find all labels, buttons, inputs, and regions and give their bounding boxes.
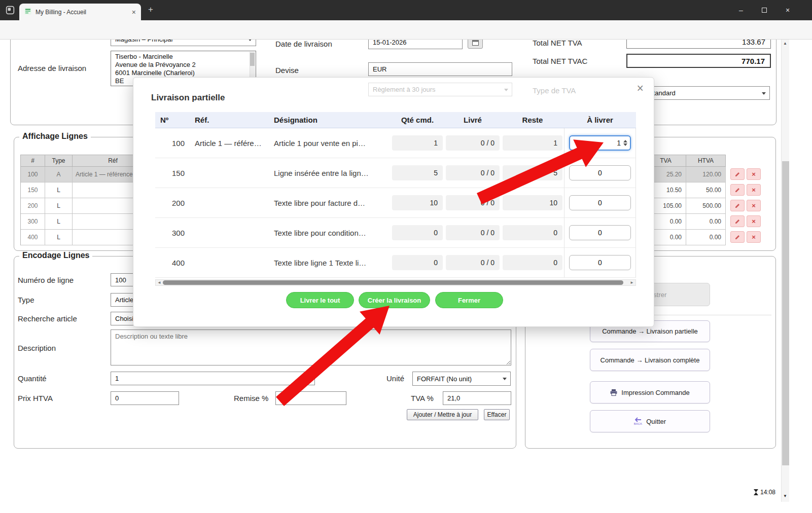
window-minimize-button[interactable]: – (729, 0, 753, 20)
scroll-down-icon[interactable]: ▼ (783, 494, 787, 498)
unite-label: Unité (386, 374, 404, 383)
row-designation: Texte libre pour facture d… (271, 188, 391, 218)
description-textarea[interactable] (111, 329, 511, 365)
adresse-line: 6001 Marcinelle (Charleroi) (115, 69, 248, 77)
scrollbar-thumb[interactable] (782, 161, 789, 465)
a-livrer-input[interactable]: 0 (569, 255, 631, 270)
line-num: 200 (21, 198, 45, 214)
edit-line-button[interactable] (730, 200, 745, 211)
date-livraison-input[interactable] (368, 40, 463, 49)
livre-field: 0 / 0 (446, 255, 500, 270)
devise-input[interactable] (368, 62, 512, 76)
status-clock: 14:08 (754, 489, 775, 496)
line-htva: 0.00 (686, 230, 726, 245)
pencil-icon (734, 234, 740, 240)
row-ref (192, 248, 271, 278)
new-tab-button[interactable]: + (148, 5, 153, 15)
tab-close-icon[interactable]: × (132, 8, 136, 16)
number-spinner-icon[interactable] (623, 140, 627, 146)
tab-actions-icon[interactable] (6, 6, 15, 17)
adresse-line: Tiserbo - Marcinelle (115, 53, 248, 61)
reste-field: 0 (503, 255, 562, 270)
prix-htva-input[interactable] (111, 391, 179, 405)
row-ref: Article 1 — référe… (192, 128, 271, 158)
edit-line-button[interactable] (730, 231, 745, 243)
delete-line-button[interactable]: × (747, 215, 761, 227)
total-net-tva-label: Total NET TVA (533, 40, 582, 47)
line-num: 300 (21, 214, 45, 230)
a-livrer-input[interactable]: 0 (569, 195, 631, 210)
recherche-article-label: Recherche article (18, 314, 77, 323)
quitter-button[interactable]: BACK Quitter (590, 410, 710, 432)
edit-line-button[interactable] (730, 184, 745, 196)
edit-line-button[interactable] (730, 168, 745, 180)
modal-close-icon[interactable]: × (637, 82, 644, 95)
ajouter-mettre-a-jour-button[interactable]: Ajouter / Mettre à jour (407, 409, 478, 420)
scroll-right-icon[interactable]: ► (630, 280, 634, 285)
qte-cmd-field: 10 (392, 195, 443, 210)
magasin-select[interactable]: Magasin – Principal (111, 40, 256, 46)
livre-field: 0 / 0 (446, 225, 500, 240)
effacer-button[interactable]: Effacer (484, 409, 510, 420)
delete-line-button[interactable]: × (747, 168, 761, 180)
scroll-left-icon[interactable]: ◄ (157, 280, 161, 285)
qte-cmd-field: 5 (392, 165, 443, 180)
modal-horizontal-scrollbar[interactable]: ◄ ► (155, 279, 636, 286)
pencil-icon (734, 187, 740, 193)
ghost-type-tva-label: Type de TVA (533, 86, 576, 95)
livrer-le-tout-button[interactable]: Livrer le tout (286, 292, 354, 308)
maximize-icon (762, 8, 767, 13)
line-type: A (45, 167, 73, 182)
delete-line-button[interactable]: × (747, 184, 761, 196)
line-num: 400 (21, 230, 45, 245)
printer-icon (610, 389, 617, 396)
impression-commande-button[interactable]: Impression Commande (590, 381, 710, 404)
page-vertical-scrollbar[interactable]: ▲ ▼ (781, 40, 789, 502)
browser-tab[interactable]: My Billing - Accueil × (19, 4, 141, 20)
encodage-lignes-legend: Encodage Lignes (19, 251, 92, 260)
row-num: 100 (155, 128, 192, 158)
delivery-lines-table: Nº Réf. Désignation Qté cmd. Livré Reste… (155, 112, 636, 278)
commande-livraison-complete-button[interactable]: Commande → Livraison complète (590, 349, 710, 371)
creer-la-livraison-button[interactable]: Créer la livraison (359, 292, 430, 308)
adresse-livraison-label: Adresse de livraison (18, 64, 86, 72)
col-header-num: # (21, 155, 45, 167)
window-maximize-button[interactable] (753, 0, 776, 20)
fermer-button[interactable]: Fermer (435, 292, 503, 308)
type-tva-select[interactable]: Standard (644, 86, 770, 100)
line-type: L (45, 198, 73, 214)
calendar-button[interactable] (468, 40, 483, 49)
qte-cmd-field: 1 (392, 135, 443, 151)
row-num: 150 (155, 158, 192, 188)
modal-scrollbar-thumb[interactable] (163, 280, 623, 285)
window-close-button[interactable]: × (776, 0, 799, 20)
line-htva: 120.00 (686, 167, 726, 182)
row-ref (192, 158, 271, 188)
scroll-up-icon[interactable]: ▲ (783, 41, 787, 46)
delete-line-button[interactable]: × (747, 231, 761, 243)
impression-commande-label: Impression Commande (621, 389, 689, 396)
calendar-icon (472, 40, 479, 46)
row-designation: Article 1 pour vente en pi… (271, 128, 391, 158)
tva-pct-input[interactable] (443, 391, 511, 405)
unite-value: FORFAIT (No unit) (417, 375, 472, 383)
remise-label: Remise % (234, 394, 268, 402)
unite-select[interactable]: FORFAIT (No unit) (412, 372, 511, 386)
a-livrer-input[interactable]: 0 (569, 225, 631, 240)
edit-line-button[interactable] (730, 215, 745, 227)
line-type: L (45, 214, 73, 230)
qte-cmd-field: 0 (392, 225, 443, 240)
quantite-input[interactable] (111, 372, 315, 385)
col-header-livre: Livré (444, 112, 501, 128)
tab-title: My Billing - Accueil (36, 9, 128, 16)
textarea-scrollbar-thumb[interactable] (250, 53, 255, 66)
reste-field: 1 (503, 135, 562, 151)
a-livrer-input[interactable]: 1 (569, 135, 631, 151)
total-net-tva-value: 133.67 (626, 40, 771, 49)
row-ref (192, 188, 271, 218)
delete-line-button[interactable]: × (747, 200, 761, 211)
a-livrer-input[interactable]: 0 (569, 165, 631, 180)
a-livrer-value: 1 (617, 139, 621, 147)
line-type: L (45, 182, 73, 198)
remise-input[interactable] (275, 391, 346, 405)
